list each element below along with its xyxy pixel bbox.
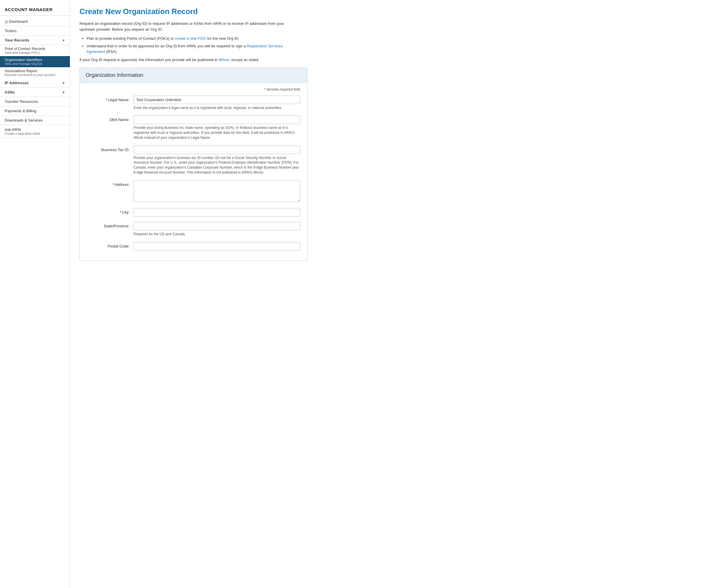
- sidebar-label-ip-addresses: IP Addresses: [5, 81, 29, 85]
- state-province-input[interactable]: [134, 222, 300, 230]
- dba-name-label: DBA Name:: [87, 115, 134, 122]
- published-note-plain: If your Org ID request is approved, the …: [80, 58, 219, 62]
- associations-report-label: Associations Report: [5, 69, 65, 73]
- city-field: [134, 208, 300, 216]
- postal-code-field: [134, 242, 300, 250]
- org-identifiers-label: Organization Identifiers: [5, 58, 65, 62]
- business-tax-id-hint: Provide your organization's business tax…: [134, 155, 300, 175]
- postal-code-row: Postal Code:: [87, 242, 300, 250]
- dba-name-hint: Provide your Doing Business As, trade na…: [134, 126, 300, 140]
- create-new-poc-link[interactable]: create a new POC: [175, 36, 206, 41]
- published-note-after: , except as noted.: [229, 58, 259, 62]
- sidebar-item-poc-records[interactable]: Point of Contact Records View and manage…: [0, 45, 70, 56]
- ask-arin-label: Ask ARIN: [5, 128, 65, 132]
- sidebar-item-downloads-services[interactable]: Downloads & Services: [0, 116, 70, 125]
- sidebar-label-asns: ASNs: [5, 90, 15, 94]
- sidebar-item-asns[interactable]: ASNs ▼: [0, 88, 70, 97]
- sidebar-label-your-records: Your Records: [5, 38, 29, 42]
- sidebar-item-ip-addresses[interactable]: IP Addresses ▼: [0, 78, 70, 88]
- sidebar-label-transfer-resources: Transfer Resources: [5, 99, 38, 104]
- address-field: [134, 180, 300, 203]
- sidebar-item-payments-billing[interactable]: Payments & Billing: [0, 106, 70, 116]
- form-body: * denotes required field Legal Name: Ent…: [80, 83, 307, 260]
- sidebar-label-payments-billing: Payments & Billing: [5, 109, 36, 113]
- chevron-right-icon-asns: ▼: [62, 91, 65, 94]
- legal-name-input[interactable]: [134, 96, 300, 104]
- city-input[interactable]: [134, 208, 300, 216]
- legal-name-label: Legal Name:: [87, 96, 134, 102]
- dba-name-input[interactable]: [134, 115, 300, 124]
- address-row: Address:: [87, 180, 300, 203]
- bullet-1-text: Plan to provide existing Points of Conta…: [87, 36, 175, 41]
- intro-text: Request an organization record (Org ID) …: [80, 21, 290, 32]
- app-title: ACCOUNT MANAGER: [0, 5, 70, 15]
- city-label: City:: [87, 208, 134, 214]
- state-province-hint: Required for the US and Canada.: [134, 232, 300, 237]
- business-tax-id-row: Business Tax ID: Provide your organizati…: [87, 146, 300, 175]
- sidebar-label-tickets: Tickets: [5, 29, 17, 33]
- postal-code-label: Postal Code:: [87, 242, 134, 248]
- org-info-form-card: Organization Information * denotes requi…: [80, 68, 308, 261]
- legal-name-hint: Enter the organization's legal name as i…: [134, 105, 300, 110]
- poc-records-label: Point of Contact Records: [5, 47, 65, 51]
- org-identifiers-sublabel: View and manage Org IDs: [5, 62, 65, 65]
- poc-records-sublabel: View and manage POCs: [5, 51, 65, 54]
- intro-list: Plan to provide existing Points of Conta…: [87, 36, 297, 55]
- intro-list-item-1: Plan to provide existing Points of Conta…: [87, 36, 297, 42]
- state-province-row: State/Province: Required for the US and …: [87, 222, 300, 237]
- intro-list-item-2: Understand that in order to be approved …: [87, 43, 297, 55]
- sidebar-item-transfer-resources[interactable]: Transfer Resources: [0, 97, 70, 106]
- state-province-label: State/Province:: [87, 222, 134, 228]
- bullet-2-text: Understand that in order to be approved …: [87, 44, 247, 48]
- grid-icon: ◶: [5, 19, 9, 24]
- postal-code-input[interactable]: [134, 242, 300, 250]
- sidebar-label-dashboard: Dashboard: [9, 19, 28, 24]
- bullet-1-after: for the new Org ID.: [206, 36, 239, 41]
- form-card-title: Organization Information: [86, 72, 143, 78]
- sidebar-item-org-identifiers[interactable]: Organization Identifiers View and manage…: [0, 56, 70, 67]
- sidebar-item-dashboard[interactable]: ◶ Dashboard: [0, 17, 70, 26]
- dba-name-field: Provide your Doing Business As, trade na…: [134, 115, 300, 140]
- dba-name-row: DBA Name: Provide your Doing Business As…: [87, 115, 300, 140]
- legal-name-field: Enter the organization's legal name as i…: [134, 96, 300, 110]
- sidebar-label-downloads-services: Downloads & Services: [5, 118, 43, 122]
- sidebar: ACCOUNT MANAGER ◶ Dashboard Tickets Your…: [0, 0, 70, 588]
- sidebar-item-your-records[interactable]: Your Records ▼: [0, 36, 70, 45]
- business-tax-id-input[interactable]: [134, 146, 300, 154]
- state-province-field: Required for the US and Canada.: [134, 222, 300, 237]
- bullet-2-after: (RSA).: [105, 49, 118, 54]
- address-label: Address:: [87, 180, 134, 187]
- chevron-down-icon: ▼: [62, 39, 65, 42]
- sidebar-item-ask-arin[interactable]: Ask ARIN Create a help desk ticket: [0, 125, 70, 138]
- published-note: If your Org ID request is approved, the …: [80, 58, 290, 62]
- page-title: Create New Organization Record: [80, 7, 696, 16]
- business-tax-id-label: Business Tax ID:: [87, 146, 134, 152]
- sidebar-item-tickets[interactable]: Tickets: [0, 26, 70, 36]
- chevron-right-icon: ▼: [62, 81, 65, 85]
- legal-name-row: Legal Name: Enter the organization's leg…: [87, 96, 300, 110]
- main-content: Create New Organization Record Request a…: [70, 0, 705, 588]
- ask-arin-sublabel: Create a help desk ticket: [5, 132, 65, 135]
- business-tax-id-field: Provide your organization's business tax…: [134, 146, 300, 175]
- city-row: City:: [87, 208, 300, 216]
- address-input[interactable]: [134, 180, 300, 202]
- associations-report-sublabel: Records connected to your account: [5, 73, 65, 77]
- sidebar-item-associations-report[interactable]: Associations Report Records connected to…: [0, 67, 70, 78]
- whois-link[interactable]: Whois: [219, 58, 229, 62]
- form-card-header: Organization Information: [80, 68, 307, 83]
- required-field-note: * denotes required field: [87, 87, 300, 92]
